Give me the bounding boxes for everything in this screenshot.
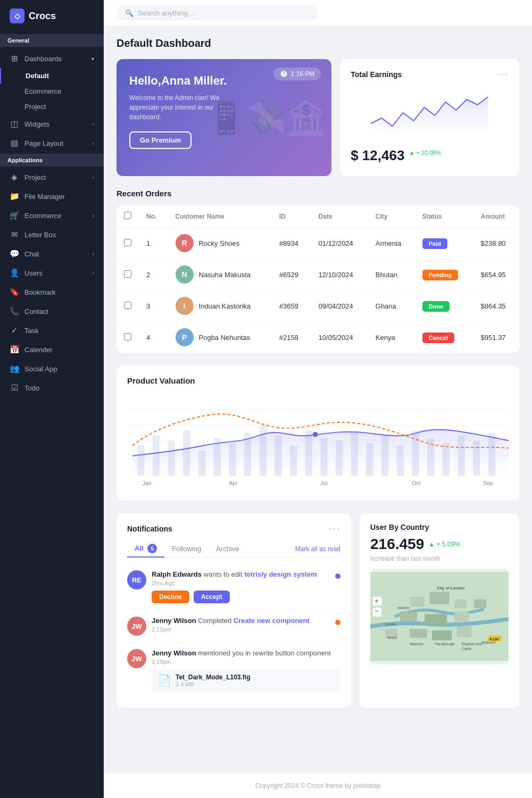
bottom-row: Notifications ··· All 5 Following Archiv… <box>117 513 519 708</box>
users-icon: 👤 <box>10 268 19 278</box>
table-row: 4 P Pogba Nehuntas #2158 10/05/2024 Keny… <box>117 322 519 353</box>
sidebar-item-ecommerce-dash[interactable]: Ecommerce <box>0 84 104 99</box>
earnings-menu-dots[interactable]: ··· <box>497 69 509 80</box>
notif-dot-2 <box>335 620 340 625</box>
select-all-checkbox[interactable] <box>124 212 131 219</box>
earnings-card-header: Total Earnings ··· <box>351 69 509 80</box>
notif-actions-1: Decline Accept <box>152 591 330 603</box>
sidebar-item-project[interactable]: ◈ Project › <box>0 168 104 187</box>
row-checkbox-1[interactable] <box>124 270 131 278</box>
orders-table: No. Customer Name ID Date City Status Am… <box>117 205 519 353</box>
file-icon: 📄 <box>158 674 171 687</box>
svg-text:Elephant and: Elephant and <box>462 642 483 646</box>
cell-customer: R Rocky Shoes <box>168 228 272 259</box>
notif-action-3: mentioned you in rewrite button componen… <box>198 649 330 657</box>
sidebar-item-widgets[interactable]: ◫ Widgets › <box>0 114 104 134</box>
svg-rect-41 <box>454 612 469 622</box>
product-valuation-chart: Jan Apr Jul Oct Sep <box>127 393 509 488</box>
sidebar-item-project-dash[interactable]: Project <box>0 99 104 114</box>
tab-archive[interactable]: Archive <box>209 542 246 557</box>
sidebar-item-letter-box[interactable]: ✉ Letter Box <box>0 225 104 244</box>
svg-text:The Borough: The Borough <box>435 642 455 646</box>
social-app-icon: 👥 <box>10 364 19 373</box>
project-icon: ◈ <box>10 172 19 182</box>
col-date: Date <box>311 205 368 228</box>
file-name: Tet_Dark_Mode_L103.fig <box>176 674 251 681</box>
map-svg: City of London Holborn London Ilbank Wat… <box>370 569 509 664</box>
notif-time-1: 2hrs Ago <box>152 580 330 586</box>
country-title: User By Country <box>370 523 509 531</box>
sidebar-sub-label: Project <box>24 103 46 111</box>
svg-rect-45 <box>474 600 486 609</box>
search-icon: 🔍 <box>125 9 134 17</box>
sidebar-item-bookmark[interactable]: 🔖 Bookmark <box>0 282 104 302</box>
logo-icon: ◇ <box>10 9 24 23</box>
sidebar-item-contact[interactable]: 📞 Contact <box>0 302 104 321</box>
file-manager-icon: 📁 <box>10 192 19 201</box>
notifications-menu-dots[interactable]: ··· <box>329 523 340 534</box>
notifications-card: Notifications ··· All 5 Following Archiv… <box>117 513 351 708</box>
decline-button[interactable]: Decline <box>152 591 189 603</box>
sidebar: ◇ Crocs General ⊞ Dashboards ▾ Default E… <box>0 0 104 798</box>
product-valuation-card: Product Valuation <box>117 365 519 501</box>
sidebar-item-users[interactable]: 👤 Users › <box>0 263 104 282</box>
row-checkbox-2[interactable] <box>124 302 131 309</box>
country-card: User By Country 216.459 ▲ + 5.09% Increa… <box>360 513 519 708</box>
customer-name: Rocky Shoes <box>199 239 240 247</box>
svg-text:Sep: Sep <box>483 480 493 486</box>
tab-following[interactable]: Following <box>164 542 209 557</box>
col-status: Status <box>415 205 473 228</box>
cell-amount: $951.37 <box>473 322 519 353</box>
sidebar-item-task[interactable]: ✓ Task <box>0 321 104 340</box>
row-checkbox-0[interactable] <box>124 239 131 246</box>
sidebar-item-file-manager[interactable]: 📁 File Manager <box>0 187 104 206</box>
notif-name-2: Jenny Wilson <box>152 617 196 625</box>
svg-rect-38 <box>454 600 467 609</box>
cell-amount: $238.80 <box>473 228 519 259</box>
svg-rect-37 <box>429 592 449 604</box>
notifications-title: Notifications <box>127 525 172 533</box>
col-amount: Amount <box>473 205 519 228</box>
sidebar-item-todo[interactable]: ☑ Todo <box>0 378 104 397</box>
sidebar-item-ecommerce[interactable]: 🛒 Ecommerce › <box>0 206 104 225</box>
sidebar-item-label: Task <box>24 327 39 335</box>
notif-name-3: Jenny Wilson <box>152 649 196 657</box>
file-attachment: 📄 Tet_Dark_Mode_L103.fig 2.4 MB <box>152 669 340 692</box>
sidebar-item-label: Chat <box>24 250 39 258</box>
tab-all[interactable]: All 5 <box>127 541 164 558</box>
status-badge: Pending <box>422 270 458 280</box>
sidebar-item-social-app[interactable]: 👥 Social App <box>0 359 104 378</box>
file-info: Tet_Dark_Mode_L103.fig 2.4 MB <box>176 674 251 687</box>
customer-avatar: I <box>176 297 194 315</box>
svg-text:−: − <box>375 608 378 615</box>
go-premium-button[interactable]: Go Premium <box>129 131 192 149</box>
svg-point-28 <box>313 432 318 437</box>
sidebar-item-label: Project <box>24 173 46 181</box>
sidebar-item-dashboards[interactable]: ⊞ Dashboards ▾ <box>0 49 104 68</box>
sidebar-item-calender[interactable]: 📅 Calender <box>0 340 104 359</box>
sidebar-item-default[interactable]: Default <box>0 68 104 84</box>
chevron-right-icon: › <box>93 251 94 257</box>
sidebar-item-label: Ecommerce <box>24 212 61 220</box>
chevron-right-icon: › <box>93 174 94 180</box>
sidebar-item-chat[interactable]: 💬 Chat › <box>0 244 104 263</box>
logo[interactable]: ◇ Crocs <box>0 0 104 32</box>
earnings-amount: $ 12,463 <box>351 147 404 164</box>
accept-button[interactable]: Accept <box>194 591 230 603</box>
page-layout-icon: ▤ <box>10 138 19 148</box>
row-checkbox-3[interactable] <box>124 333 131 340</box>
up-arrow-icon: ▲ <box>409 149 414 156</box>
notif-time-3: 3.10pm <box>152 659 340 665</box>
search-bar[interactable]: 🔍 Search anything... <box>117 5 319 21</box>
calender-icon: 📅 <box>10 345 19 354</box>
notif-content-3: Jenny Wilson mentioned you in rewrite bu… <box>152 649 340 692</box>
sidebar-item-page-layout[interactable]: ▤ Page Layout › <box>0 134 104 153</box>
svg-text:+: + <box>375 597 378 605</box>
mark-all-read-button[interactable]: Mark all as read <box>295 545 340 553</box>
sidebar-item-label: Todo <box>24 384 39 392</box>
cell-status: Paid <box>415 228 473 259</box>
notif-highlight-1: tetrisly design system <box>244 570 317 578</box>
up-arrow-icon: ▲ <box>428 541 435 548</box>
chevron-right-icon: › <box>93 140 94 146</box>
status-badge: Cancel <box>422 332 454 343</box>
